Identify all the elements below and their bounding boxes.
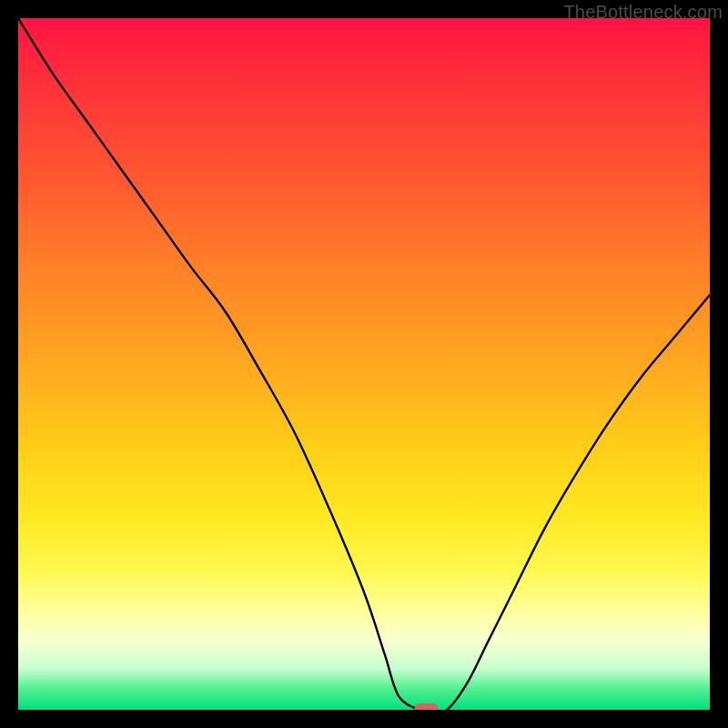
bottleneck-curve: [18, 18, 710, 710]
chart-plot-area: [18, 18, 710, 710]
chart-svg: [18, 18, 710, 710]
watermark-text: TheBottleneck.com: [563, 2, 723, 23]
chart-frame: TheBottleneck.com: [0, 0, 728, 728]
optimal-marker: [414, 703, 438, 710]
